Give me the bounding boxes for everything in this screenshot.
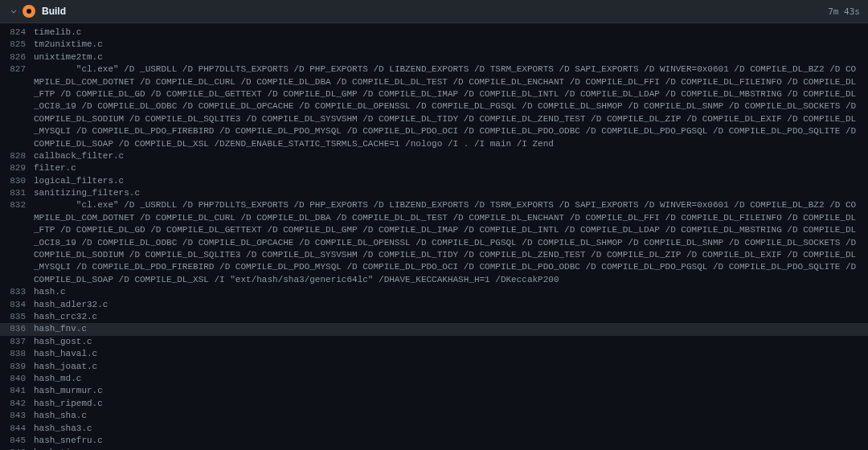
line-text: hash_adler32.c	[34, 299, 860, 311]
log-line[interactable]: 832 "cl.exe" /D _USRDLL /D PHP7DLLTS_EXP…	[0, 199, 868, 286]
log-line[interactable]: 842hash_ripemd.c	[0, 398, 868, 410]
line-text: hash_gost.c	[34, 336, 860, 348]
line-number: 829	[8, 162, 34, 174]
log-line[interactable]: 827 "cl.exe" /D _USRDLL /D PHP7DLLTS_EXP…	[0, 63, 868, 150]
line-number: 840	[8, 373, 34, 385]
log-line[interactable]: 831sanitizing_filters.c	[0, 187, 868, 199]
line-text: hash_ripemd.c	[34, 398, 860, 410]
line-text: sanitizing_filters.c	[34, 187, 860, 199]
line-text: timelib.c	[34, 27, 860, 39]
log-line[interactable]: 838hash_haval.c	[0, 348, 868, 360]
status-running-icon	[23, 5, 35, 18]
line-text: unixtime2tm.c	[34, 51, 860, 63]
line-text: hash_crc32.c	[34, 311, 860, 323]
line-number: 844	[8, 423, 34, 435]
line-text: "cl.exe" /D _USRDLL /D PHP7DLLTS_EXPORTS…	[34, 63, 860, 150]
line-text: hash_md.c	[34, 373, 860, 385]
step-title: Build	[42, 6, 828, 17]
log-line[interactable]: 840hash_md.c	[0, 373, 868, 385]
log-line[interactable]: 825tm2unixtime.c	[0, 39, 868, 51]
line-text: hash_sha.c	[34, 410, 860, 422]
log-line[interactable]: 834hash_adler32.c	[0, 299, 868, 311]
log-line[interactable]: 835hash_crc32.c	[0, 311, 868, 323]
line-text: hash_joaat.c	[34, 361, 860, 373]
line-number: 837	[8, 336, 34, 348]
line-text: "cl.exe" /D _USRDLL /D PHP7DLLTS_EXPORTS…	[34, 199, 860, 286]
line-number: 831	[8, 187, 34, 199]
line-text: hash_haval.c	[34, 348, 860, 360]
log-line[interactable]: 830logical_filters.c	[0, 175, 868, 187]
log-line[interactable]: 829filter.c	[0, 162, 868, 174]
line-text: hash_sha3.c	[34, 423, 860, 435]
line-number: 838	[8, 348, 34, 360]
log-line[interactable]: 846hash_tiger.c	[0, 447, 868, 450]
line-number: 843	[8, 410, 34, 422]
log-line[interactable]: 841hash_murmur.c	[0, 385, 868, 397]
chevron-down-icon	[8, 6, 19, 17]
log-line[interactable]: 839hash_joaat.c	[0, 361, 868, 373]
log-line[interactable]: 845hash_snefru.c	[0, 435, 868, 447]
log-output[interactable]: 824timelib.c825tm2unixtime.c826unixtime2…	[0, 23, 868, 450]
line-number: 842	[8, 398, 34, 410]
log-line[interactable]: 828callback_filter.c	[0, 150, 868, 162]
line-number: 839	[8, 361, 34, 373]
line-text: filter.c	[34, 162, 860, 174]
line-number: 836	[8, 323, 34, 335]
line-number: 826	[8, 51, 34, 63]
line-text: hash.c	[34, 286, 860, 298]
line-number: 824	[8, 27, 34, 39]
line-number: 827	[8, 63, 34, 76]
line-number: 825	[8, 39, 34, 51]
log-line[interactable]: 833hash.c	[0, 286, 868, 298]
line-number: 830	[8, 175, 34, 187]
log-line[interactable]: 837hash_gost.c	[0, 336, 868, 348]
line-text: hash_murmur.c	[34, 385, 860, 397]
line-number: 834	[8, 299, 34, 311]
log-line[interactable]: 826unixtime2tm.c	[0, 51, 868, 63]
log-line[interactable]: 843hash_sha.c	[0, 410, 868, 422]
step-header[interactable]: Build 7m 43s	[0, 0, 868, 23]
line-text: hash_fnv.c	[34, 323, 860, 335]
line-text: hash_tiger.c	[34, 447, 860, 450]
line-number: 835	[8, 311, 34, 323]
line-text: hash_snefru.c	[34, 435, 860, 447]
line-text: callback_filter.c	[34, 150, 860, 162]
line-number: 841	[8, 385, 34, 397]
line-number: 845	[8, 435, 34, 447]
line-text: tm2unixtime.c	[34, 39, 860, 51]
log-line[interactable]: 836hash_fnv.c	[0, 323, 868, 335]
line-number: 828	[8, 150, 34, 162]
step-duration: 7m 43s	[828, 6, 860, 17]
log-line[interactable]: 844hash_sha3.c	[0, 423, 868, 435]
line-text: logical_filters.c	[34, 175, 860, 187]
line-number: 846	[8, 447, 34, 450]
line-number: 833	[8, 286, 34, 298]
line-number: 832	[8, 199, 34, 211]
log-line[interactable]: 824timelib.c	[0, 27, 868, 39]
